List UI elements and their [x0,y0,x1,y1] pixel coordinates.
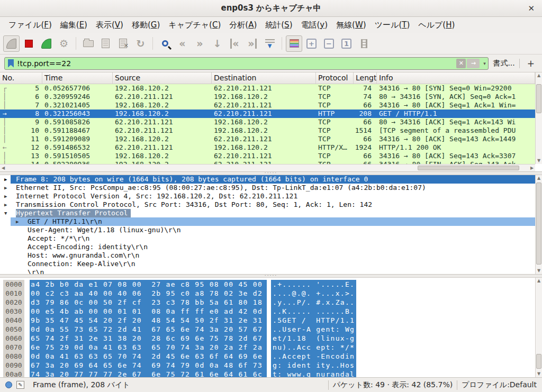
detail-line[interactable]: ▶Internet Protocol Version 4, Src: 192.1… [0,192,535,200]
column-header-length[interactable]: Length [354,72,377,84]
capture-comment-icon[interactable]: ✎ [16,381,24,389]
capture-options-button[interactable]: ⚙ [56,35,72,52]
scroll-down-icon[interactable]: ▼ [536,158,542,164]
auto-scroll-button[interactable]: ▼ [261,35,278,52]
bookmark-icon[interactable] [8,59,14,68]
hex-row[interactable]: 00800d 0a 41 63 63 65 70 74 2d 45 6e 63 … [0,352,535,361]
menu-edit[interactable]: 編集(E) [56,19,92,32]
profile-status[interactable]: プロファイル:Default [462,380,537,390]
collapsed-arrow-icon[interactable]: ▶ [4,175,7,184]
stop-capture-button[interactable] [21,35,37,52]
collapsed-arrow-icon[interactable]: ▶ [4,184,7,192]
zoom-in-button[interactable]: + [303,35,320,52]
hex-row[interactable]: 009067 3a 20 69 64 65 6e 74 69 74 79 0d … [0,361,535,370]
detail-line[interactable]: ▶Transmission Control Protocol, Src Port… [0,200,535,209]
column-header-info[interactable]: Info [377,72,535,84]
start-capture-button[interactable] [3,35,20,52]
hex-row[interactable]: 00706e 75 29 0d 0a 41 63 63 65 70 74 3a … [0,343,535,352]
display-filter-field[interactable]: ✕ → ▾ [4,57,489,70]
close-window-icon[interactable]: ✕ [528,4,535,13]
zoom-out-button[interactable]: − [321,35,337,52]
packet-row[interactable]: 7│0.321021405192.168.120.262.210.211.121… [0,101,535,110]
packet-row[interactable]: 11│0.591209089192.168.120.262.210.211.12… [0,135,535,143]
packet-row[interactable]: 9│0.59108582662.210.211.121192.168.120.2… [0,118,535,126]
zoom-100-button[interactable]: 1 [338,35,355,52]
reload-button[interactable]: ↻ [132,35,149,52]
scroll-right-icon[interactable]: ▶ [529,165,535,171]
bytes-vertical-scrollbar[interactable]: ▲ ▼ [535,278,542,377]
column-header-no[interactable]: No. [0,72,42,84]
detail-line[interactable]: ▶Frame 8: 208 bytes on wire (1664 bits),… [0,175,535,184]
packet-list-horizontal-scrollbar[interactable]: ◀ ▶ [0,164,535,171]
go-forward-button[interactable]: » [192,35,208,52]
hex-row[interactable]: 00409b 35 47 45 54 20 2f 20 48 54 54 50 … [0,316,535,325]
packet-list-vertical-scrollbar[interactable]: ▲ ▼ [535,72,542,164]
filter-dropdown-icon[interactable]: ▾ [481,61,488,66]
collapsed-arrow-icon[interactable]: ▶ [4,200,7,209]
column-header-destination[interactable]: Destination [212,72,316,84]
add-filter-button[interactable]: + [524,58,538,69]
collapsed-arrow-icon[interactable]: ▶ [16,217,19,226]
hex-row[interactable]: 00a074 3a 20 77 77 77 2e 67 6e 75 72 61 … [0,370,535,377]
details-vertical-scrollbar[interactable]: ▲ ▼ [535,175,542,274]
menu-telephony[interactable]: 電話(y) [297,19,332,32]
detail-line[interactable]: Accept: */*\r\n [0,234,535,243]
go-back-button[interactable]: « [174,35,191,52]
scroll-up-icon[interactable]: ▲ [536,278,542,284]
scrollbar-thumb[interactable] [418,166,519,170]
packet-row[interactable]: 12←0.59148653262.210.211.121192.168.120.… [0,143,535,152]
go-to-packet-button[interactable]: ↓ [209,35,225,52]
menu-help[interactable]: ヘルプ(H) [414,19,459,32]
scrollbar-thumb[interactable] [536,183,541,265]
find-packet-button[interactable] [157,35,173,52]
scrollbar-thumb[interactable] [536,84,541,113]
packet-row[interactable]: 6│0.32095924662.210.211.121192.168.120.2… [0,93,535,101]
detail-line[interactable]: Host: www.gnurandal.com\r\n [0,251,535,260]
close-file-button[interactable]: ✕ [115,35,131,52]
packet-row[interactable]: 10│0.59118846762.210.211.121192.168.120.… [0,126,535,135]
detail-line[interactable]: \r\n [0,268,535,275]
menu-wireless[interactable]: 無線(W) [332,19,371,32]
hex-row[interactable]: 0020d3 79 86 0c 00 50 2f cf 23 c3 78 bb … [0,298,535,307]
menu-go[interactable]: 移動(G) [128,19,164,32]
menu-analyze[interactable]: 分析(A) [225,19,261,32]
expression-button[interactable]: 書式... [493,59,514,68]
detail-line[interactable]: ▼Hypertext Transfer Protocol [0,209,535,217]
packet-row[interactable]: 13│0.591510505192.168.120.262.210.211.12… [0,152,535,160]
scroll-left-icon[interactable]: ◀ [0,165,6,171]
packet-row[interactable]: 8→0.321256043192.168.120.262.210.211.121… [0,110,535,118]
resize-columns-button[interactable] [356,35,372,52]
detail-line[interactable]: User-Agent: Wget/1.18 (linux-gnu)\r\n [0,226,535,234]
open-file-button[interactable] [80,35,96,52]
menu-file[interactable]: ファイル(F) [4,19,56,32]
scroll-up-icon[interactable]: ▲ [536,175,542,181]
detail-line[interactable]: Accept-Encoding: identity\r\n [0,243,535,251]
colorize-button[interactable] [286,35,302,52]
column-header-time[interactable]: Time [42,72,113,84]
hex-row[interactable]: 00500d 0a 55 73 65 72 2d 41 67 65 6e 74 … [0,325,535,334]
scroll-down-icon[interactable]: ▼ [536,371,542,377]
filter-clear-icon[interactable]: ✕ [456,59,466,68]
go-first-packet-button[interactable]: « [227,35,243,52]
menu-view[interactable]: 表示(V) [92,19,128,32]
packet-row[interactable]: 5┌0.052657706192.168.120.262.210.211.121… [0,84,535,93]
scrollbar-thumb[interactable] [536,354,541,369]
column-header-protocol[interactable]: Protocol [316,72,354,84]
scroll-up-icon[interactable]: ▲ [536,72,542,79]
scroll-down-icon[interactable]: ▼ [536,268,542,274]
hex-row[interactable]: 0000a4 2b b0 da e1 07 08 00 27 ae c8 95 … [0,280,535,289]
hex-row[interactable]: 006065 74 2f 31 2e 31 38 20 28 6c 69 6e … [0,334,535,343]
expanded-arrow-icon[interactable]: ▼ [4,209,7,217]
detail-line[interactable]: Connection: Keep-Alive\r\n [0,260,535,268]
menu-capture[interactable]: キャプチャ(C) [164,19,225,32]
collapsed-arrow-icon[interactable]: ▶ [4,192,7,200]
hex-row[interactable]: 003000 e5 4b ab 00 00 01 01 08 0a ff ff … [0,307,535,316]
display-filter-input[interactable] [17,59,456,68]
menu-statistics[interactable]: 統計(S) [261,19,296,32]
go-last-packet-button[interactable]: » [244,35,260,52]
filter-apply-icon[interactable]: → [467,59,480,68]
menu-tools[interactable]: ツール(T) [371,19,414,32]
restart-capture-button[interactable] [38,35,55,52]
expert-info-icon[interactable] [5,381,12,388]
column-header-source[interactable]: Source [113,72,212,84]
